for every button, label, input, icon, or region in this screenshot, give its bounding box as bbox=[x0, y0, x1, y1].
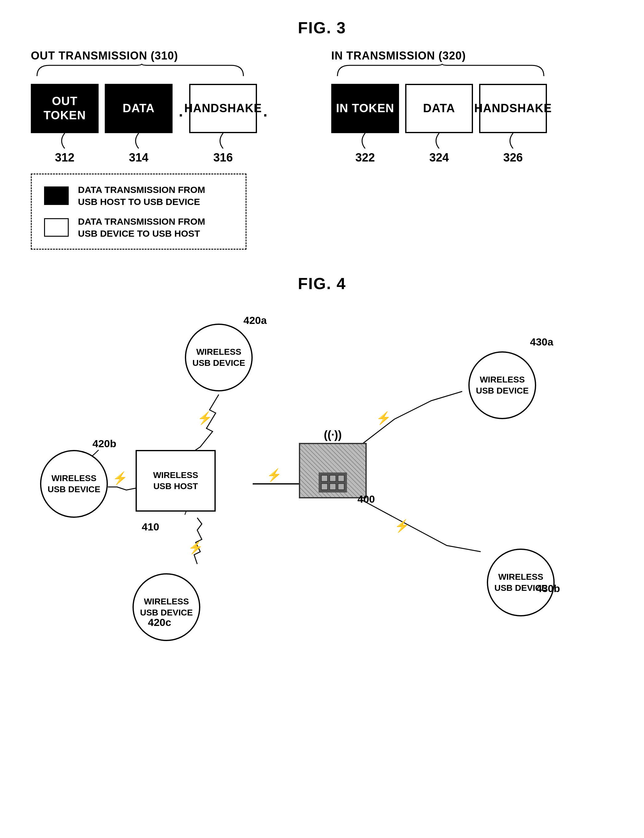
svg-text:⚡: ⚡ bbox=[112, 471, 128, 485]
node-420c-circle: WIRELESSUSB DEVICE bbox=[133, 573, 200, 641]
label-420b: 420b bbox=[92, 438, 117, 450]
in-transmission-label: IN TRANSMISSION (320) bbox=[331, 49, 466, 62]
label-420a: 420a bbox=[243, 314, 267, 326]
out-transmission-label: OUT TRANSMISSION (310) bbox=[31, 49, 178, 62]
svg-text:⚡: ⚡ bbox=[266, 468, 282, 482]
svg-text:⚡: ⚡ bbox=[394, 518, 410, 533]
node-420a-circle: WIRELESSUSB DEVICE bbox=[185, 324, 253, 391]
packet-in-token: IN TOKEN 322 bbox=[331, 84, 399, 164]
data-in-connector bbox=[430, 133, 449, 149]
legend-text-1: DATA TRANSMISSION FROMUSB HOST TO USB DE… bbox=[78, 184, 205, 208]
page: FIG. 3 OUT TRANSMISSION (310) OUT TOKEN bbox=[0, 0, 644, 693]
fig4-container: ⚡ ⚡ ⚡ ⚡ ⚡ ⚡ bbox=[31, 305, 616, 675]
out-brace bbox=[31, 62, 246, 78]
legend-container: DATA TRANSMISSION FROMUSB HOST TO USB DE… bbox=[31, 174, 246, 250]
label-420c: 420c bbox=[148, 616, 171, 628]
node-410: WIRELESSUSB HOST bbox=[136, 450, 216, 512]
svg-text:⚡: ⚡ bbox=[197, 411, 213, 425]
fig4-title: FIG. 4 bbox=[31, 274, 613, 293]
svg-text:⚡: ⚡ bbox=[188, 540, 204, 555]
node-420b-circle: WIRELESSUSB DEVICE bbox=[40, 450, 108, 518]
in-token-box: IN TOKEN bbox=[331, 84, 399, 133]
legend-text-2: DATA TRANSMISSION FROMUSB DEVICE TO USB … bbox=[78, 215, 205, 240]
packet-handshake-in: HANDSHAKE 326 bbox=[479, 84, 547, 164]
router-box bbox=[299, 443, 367, 498]
transmissions-row: OUT TRANSMISSION (310) OUT TOKEN 312 bbox=[31, 49, 613, 164]
legend-item-2: DATA TRANSMISSION FROMUSB DEVICE TO USB … bbox=[44, 215, 233, 240]
data-out-label: 314 bbox=[129, 151, 148, 164]
in-brace bbox=[331, 62, 547, 78]
node-410-rect: WIRELESSUSB HOST bbox=[136, 450, 216, 512]
handshake-in-connector bbox=[504, 133, 522, 149]
node-420b: WIRELESSUSB DEVICE bbox=[40, 450, 108, 518]
out-token-label: 312 bbox=[55, 151, 74, 164]
in-transmission-header: IN TRANSMISSION (320) bbox=[331, 49, 613, 78]
svg-text:⚡: ⚡ bbox=[376, 411, 391, 425]
packet-data-in: DATA 324 bbox=[405, 84, 473, 164]
handshake-in-label: 326 bbox=[503, 151, 522, 164]
node-430a-circle: WIRELESSUSB DEVICE bbox=[468, 352, 536, 419]
out-token-connector bbox=[56, 133, 74, 149]
legend-item-1: DATA TRANSMISSION FROMUSB HOST TO USB DE… bbox=[44, 184, 233, 208]
fig3-title: FIG. 3 bbox=[31, 18, 613, 37]
out-transmission-header: OUT TRANSMISSION (310) bbox=[31, 49, 313, 78]
data-in-box: DATA bbox=[405, 84, 473, 133]
in-token-connector bbox=[356, 133, 375, 149]
node-400: ((·)) bbox=[299, 429, 367, 498]
node-420c: WIRELESSUSB DEVICE bbox=[133, 573, 200, 641]
in-token-label: 322 bbox=[355, 151, 375, 164]
in-packets-row: IN TOKEN 322 DATA 324 HA bbox=[331, 84, 613, 164]
label-430a: 430a bbox=[530, 336, 554, 348]
handshake-out-label: 316 bbox=[213, 151, 233, 164]
fig3-container: OUT TRANSMISSION (310) OUT TOKEN 312 bbox=[31, 49, 613, 250]
label-400: 400 bbox=[357, 493, 375, 505]
dot1: . bbox=[179, 84, 183, 120]
node-420a: WIRELESSUSB DEVICE bbox=[185, 324, 253, 391]
antenna-symbol: ((·)) bbox=[299, 429, 367, 441]
out-token-box: OUT TOKEN bbox=[31, 84, 99, 133]
data-in-label: 324 bbox=[429, 151, 449, 164]
dot2: . bbox=[263, 84, 268, 120]
packet-out-token: OUT TOKEN 312 bbox=[31, 84, 99, 164]
data-out-box: DATA bbox=[105, 84, 172, 133]
out-packets-row: OUT TOKEN 312 DATA 314 . bbox=[31, 84, 313, 164]
in-transmission-section: IN TRANSMISSION (320) IN TOKEN 322 bbox=[331, 49, 613, 164]
handshake-in-box: HANDSHAKE bbox=[479, 84, 547, 133]
label-410: 410 bbox=[142, 521, 159, 533]
data-out-connector bbox=[130, 133, 148, 149]
packet-data-out: DATA 314 bbox=[105, 84, 172, 164]
out-transmission-section: OUT TRANSMISSION (310) OUT TOKEN 312 bbox=[31, 49, 313, 164]
handshake-out-connector bbox=[214, 133, 232, 149]
node-430a: WIRELESSUSB DEVICE bbox=[468, 352, 536, 419]
handshake-out-box: HANDSHAKE bbox=[189, 84, 257, 133]
legend-box: DATA TRANSMISSION FROMUSB HOST TO USB DE… bbox=[31, 174, 246, 250]
label-430b: 430b bbox=[536, 583, 560, 595]
legend-swatch-white bbox=[44, 218, 69, 237]
legend-swatch-black bbox=[44, 186, 69, 205]
router-ports bbox=[319, 472, 347, 493]
packet-handshake-out: HANDSHAKE 316 bbox=[189, 84, 257, 164]
